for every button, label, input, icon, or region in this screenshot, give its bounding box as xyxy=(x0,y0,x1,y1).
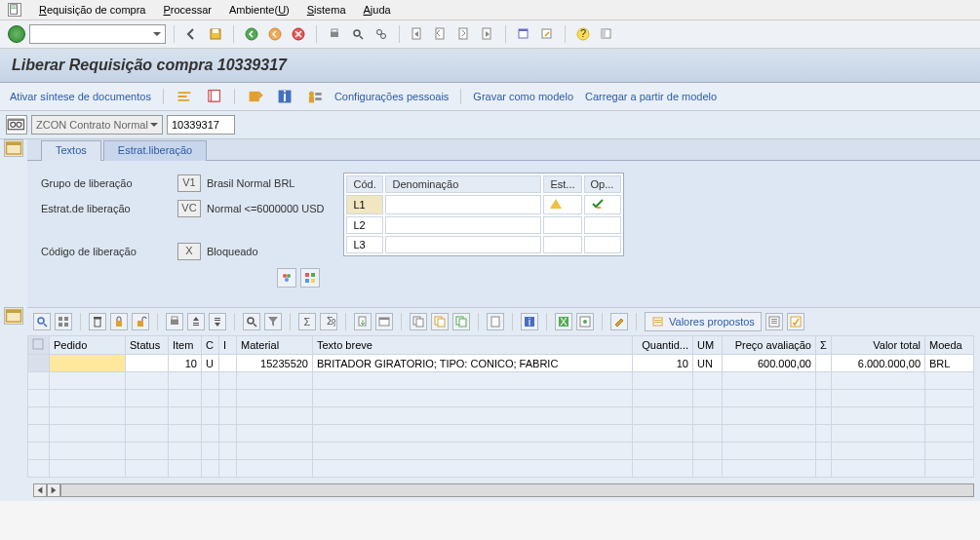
tab-texts[interactable]: Textos xyxy=(41,140,101,161)
next-page-icon[interactable] xyxy=(454,24,474,44)
release-preview-icon[interactable] xyxy=(277,268,296,288)
col-um[interactable]: UM xyxy=(693,336,723,355)
activate-doc-view-link[interactable]: Ativar síntese de documentos xyxy=(10,91,151,102)
unlock-icon[interactable] xyxy=(132,313,149,330)
excel-icon[interactable]: X xyxy=(555,313,572,330)
doc-type-icon[interactable] xyxy=(6,115,27,135)
collapse-items-button[interactable] xyxy=(4,307,23,325)
tools-icon[interactable] xyxy=(610,313,628,330)
default-values-button[interactable]: Valores propostos xyxy=(645,312,762,331)
col-material[interactable]: Material xyxy=(237,336,313,355)
col-c[interactable]: C xyxy=(202,336,219,355)
doc-type-select[interactable]: ZCON Contrato Normal xyxy=(31,115,163,135)
rel-th-op[interactable]: Op... xyxy=(584,175,621,193)
attach-icon[interactable] xyxy=(431,313,449,330)
last-page-icon[interactable] xyxy=(478,24,497,44)
command-field[interactable] xyxy=(29,24,166,44)
menu-requisition[interactable]: Requisição de compra xyxy=(39,4,145,16)
scroll-right-icon[interactable] xyxy=(47,483,60,497)
tab-release-strategy[interactable]: Estrat.liberação xyxy=(103,140,207,161)
col-status[interactable]: Status xyxy=(126,336,169,355)
sort-asc-icon[interactable] xyxy=(187,313,205,330)
check-doc-icon[interactable] xyxy=(176,88,193,105)
col-sigma[interactable]: Σ xyxy=(816,336,832,355)
cell-sigma[interactable] xyxy=(816,355,832,372)
nav-exit-icon[interactable] xyxy=(265,24,285,44)
filter-icon[interactable] xyxy=(264,313,282,330)
variant-icon[interactable] xyxy=(787,313,804,330)
personal-settings-link[interactable]: Configurações pessoais xyxy=(334,91,449,102)
col-pedido[interactable]: Pedido xyxy=(50,336,126,355)
delete-icon[interactable] xyxy=(89,313,106,330)
col-currency[interactable]: Moeda xyxy=(925,336,974,355)
sort-desc-icon[interactable] xyxy=(209,313,226,330)
help-app-icon[interactable] xyxy=(247,88,264,105)
doc-number-field[interactable]: 10339317 xyxy=(167,115,235,135)
col-i[interactable]: I xyxy=(219,336,237,355)
find-next-icon[interactable] xyxy=(372,24,391,44)
menu-doc-icon[interactable] xyxy=(8,3,21,17)
menu-system[interactable]: Sistema xyxy=(307,4,346,16)
new-session-icon[interactable] xyxy=(514,24,533,44)
menu-help[interactable]: Ajuda xyxy=(364,4,391,16)
cell-text[interactable]: BRITADOR GIRATORIO; TIPO: CONICO; FABRIC xyxy=(313,355,633,372)
view-icon[interactable] xyxy=(375,313,393,330)
col-price[interactable]: Preço avaliação xyxy=(723,336,816,355)
cell-pedido[interactable] xyxy=(50,355,126,372)
layout-icon[interactable] xyxy=(597,24,616,44)
attach2-icon[interactable] xyxy=(452,313,470,330)
info-icon[interactable]: i xyxy=(276,88,294,105)
cell-status[interactable] xyxy=(126,355,169,372)
print-items-icon[interactable] xyxy=(166,313,183,330)
cell-total[interactable]: 6.000.000,00 xyxy=(832,355,925,372)
cell-um[interactable]: UN xyxy=(693,355,723,372)
layout-grid-icon[interactable] xyxy=(55,313,72,330)
rel-code-cell[interactable]: L1 xyxy=(346,195,383,214)
print-icon[interactable] xyxy=(325,24,344,44)
row-selector[interactable] xyxy=(28,355,50,372)
col-text[interactable]: Texto breve xyxy=(313,336,633,355)
prev-page-icon[interactable] xyxy=(431,24,451,44)
cell-c[interactable]: U xyxy=(202,355,219,372)
enter-icon[interactable] xyxy=(8,25,25,43)
load-template-link[interactable]: Carregar a partir de modelo xyxy=(585,91,717,102)
nav-back-icon[interactable] xyxy=(242,24,261,44)
scroll-track[interactable] xyxy=(60,483,974,497)
nav-cancel-icon[interactable] xyxy=(289,24,308,44)
columns-icon[interactable] xyxy=(765,313,783,330)
back-icon[interactable] xyxy=(182,24,202,44)
cell-qty[interactable]: 10 xyxy=(633,355,693,372)
rel-code-cell[interactable]: L2 xyxy=(346,216,383,234)
copy-icon[interactable] xyxy=(410,313,427,330)
cell-currency[interactable]: BRL xyxy=(925,355,974,372)
cell-price[interactable]: 600.000,00 xyxy=(723,355,816,372)
menu-process[interactable]: Processar xyxy=(163,4,212,16)
rel-th-status[interactable]: Est... xyxy=(543,175,581,193)
cell-i[interactable] xyxy=(219,355,237,372)
col-qty[interactable]: Quantid... xyxy=(633,336,693,355)
export-icon[interactable] xyxy=(354,313,372,330)
rel-op-cell[interactable] xyxy=(584,195,621,214)
cell-item[interactable]: 10 xyxy=(169,355,202,372)
lock-icon[interactable] xyxy=(110,313,128,330)
menu-environment[interactable]: Ambiente(U) xyxy=(229,4,290,16)
scroll-left-icon[interactable] xyxy=(33,483,47,497)
rel-th-name[interactable]: Denominação xyxy=(385,175,541,193)
shortcut-icon[interactable] xyxy=(537,24,557,44)
rel-code-cell[interactable]: L3 xyxy=(346,236,383,253)
collapse-header-button[interactable] xyxy=(4,139,23,157)
info2-icon[interactable]: i xyxy=(521,313,538,330)
word-icon[interactable] xyxy=(576,313,594,330)
find-items-icon[interactable] xyxy=(243,313,260,330)
find-icon[interactable] xyxy=(348,24,368,44)
rel-th-code[interactable]: Cód. xyxy=(346,175,383,193)
sum-icon[interactable]: Σ xyxy=(298,313,316,330)
detail-icon[interactable] xyxy=(33,313,51,330)
save-template-link[interactable]: Gravar como modelo xyxy=(473,91,573,102)
help-icon[interactable]: ? xyxy=(573,24,593,44)
cell-material[interactable]: 15235520 xyxy=(237,355,313,372)
release-legend-icon[interactable] xyxy=(300,268,320,288)
other-pr-icon[interactable] xyxy=(205,88,222,105)
other-icon[interactable] xyxy=(487,313,504,330)
first-page-icon[interactable] xyxy=(408,24,427,44)
